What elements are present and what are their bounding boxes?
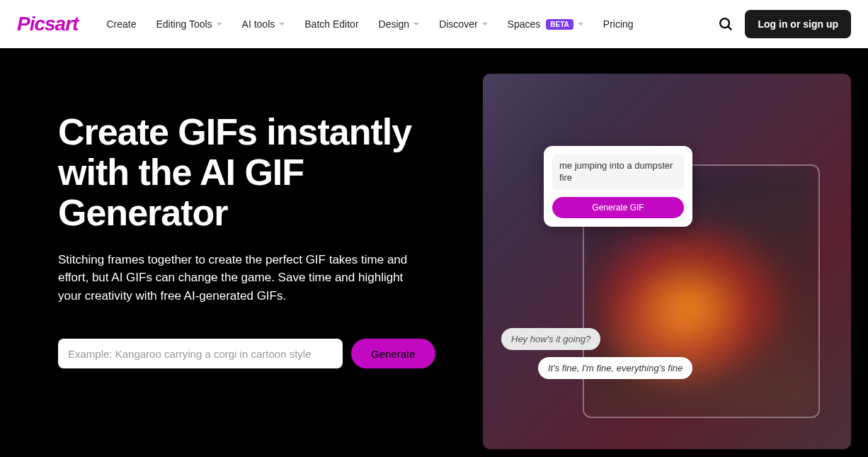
login-button[interactable]: Log in or sign up <box>745 10 851 38</box>
nav-label: Create <box>106 18 136 30</box>
nav-item-batch-editor[interactable]: Batch Editor <box>304 18 358 30</box>
hero-section: Create GIFs instantly with the AI GIF Ge… <box>0 48 868 457</box>
svg-point-0 <box>721 18 730 28</box>
chevron-down-icon <box>279 23 285 26</box>
main-nav: Create Editing Tools AI tools Batch Edit… <box>106 18 718 30</box>
nav-label: Spaces <box>508 18 541 30</box>
hero-subtitle: Stitching frames together to create the … <box>58 251 419 305</box>
card-generate-button[interactable]: Generate GIF <box>552 197 684 218</box>
nav-label: Design <box>379 18 410 30</box>
chat-bubble-2: It's fine, I'm fine, everything's fine <box>538 357 692 379</box>
hero-content: Create GIFs instantly with the AI GIF Ge… <box>58 48 447 457</box>
nav-label: Discover <box>439 18 477 30</box>
logo[interactable]: Picsart <box>17 13 78 35</box>
prompt-card-text: me jumping into a dumpster fire <box>552 154 684 190</box>
prompt-input[interactable] <box>58 339 343 368</box>
nav-item-pricing[interactable]: Pricing <box>603 18 634 30</box>
nav-label: Editing Tools <box>156 18 212 30</box>
chevron-down-icon <box>578 23 583 26</box>
nav-item-design[interactable]: Design <box>379 18 420 30</box>
nav-label: Pricing <box>603 18 634 30</box>
preview-panel: me jumping into a dumpster fire Generate… <box>483 74 851 449</box>
svg-line-1 <box>729 27 732 30</box>
chevron-down-icon <box>413 23 419 26</box>
header: Picsart Create Editing Tools AI tools Ba… <box>0 0 868 48</box>
hero-title: Create GIFs instantly with the AI GIF Ge… <box>58 112 447 234</box>
nav-item-editing-tools[interactable]: Editing Tools <box>156 18 222 30</box>
beta-badge: BETA <box>546 19 573 30</box>
prompt-row: Generate <box>58 339 447 368</box>
chevron-down-icon <box>217 23 222 26</box>
prompt-card: me jumping into a dumpster fire Generate… <box>544 146 692 227</box>
nav-item-ai-tools[interactable]: AI tools <box>242 18 285 30</box>
nav-item-discover[interactable]: Discover <box>439 18 487 30</box>
nav-label: Batch Editor <box>304 18 358 30</box>
chat-bubble-1: Hey how's it going? <box>501 328 600 350</box>
chevron-down-icon <box>482 23 488 26</box>
header-right: Log in or sign up <box>718 10 851 38</box>
generate-button[interactable]: Generate <box>351 339 435 368</box>
nav-item-spaces[interactable]: Spaces BETA <box>508 18 583 30</box>
nav-item-create[interactable]: Create <box>106 18 136 30</box>
nav-label: AI tools <box>242 18 275 30</box>
search-icon[interactable] <box>718 16 733 32</box>
